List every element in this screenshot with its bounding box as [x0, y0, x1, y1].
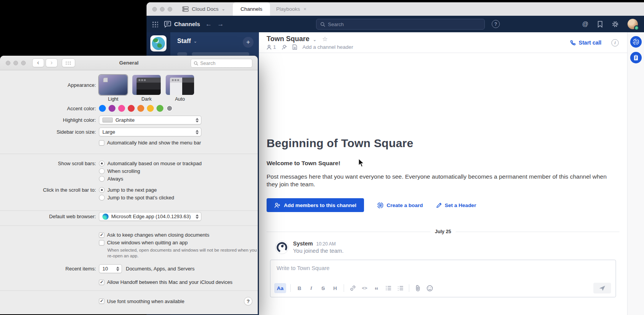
boards-app-icon[interactable] — [630, 36, 642, 48]
mentions-icon[interactable]: @ — [582, 21, 588, 28]
bold-button[interactable]: B — [293, 283, 305, 293]
radio-label: Jump to the spot that’s clicked — [107, 195, 174, 201]
numbered-list-icon[interactable] — [394, 283, 406, 293]
date-label[interactable]: July 25 — [435, 229, 451, 234]
radio-label: Jump to the next page — [107, 187, 157, 193]
favorite-star-icon[interactable]: ☆ — [322, 35, 328, 43]
appearance-thumbnail-auto[interactable] — [166, 75, 194, 95]
create-board-button[interactable]: Create a board — [377, 202, 423, 209]
zoom-window-button[interactable] — [168, 7, 172, 12]
appearance-option-auto[interactable]: Auto — [166, 75, 194, 102]
product-switcher-icon[interactable] — [152, 21, 158, 27]
radio-selected[interactable] — [99, 161, 105, 166]
close-tab-icon[interactable]: × — [303, 6, 306, 12]
radio-scrollbars-auto[interactable]: Automatically based on mouse or trackpad — [99, 160, 202, 166]
radio-jump-next-page[interactable]: Jump to the next page — [99, 187, 174, 193]
saved-posts-icon[interactable] — [597, 21, 603, 28]
radio-scrollbars-always[interactable]: Always — [99, 176, 202, 182]
help-button[interactable]: ? — [244, 297, 252, 305]
system-avatar — [275, 240, 289, 254]
tab-channels[interactable]: Channels — [233, 2, 270, 16]
channel-header-placeholder[interactable]: Add a channel header — [303, 44, 353, 50]
radio-selected[interactable] — [99, 187, 105, 193]
font-smoothing-label: Use font smoothing when available — [107, 298, 184, 304]
set-header-button[interactable]: Set a Header — [436, 202, 476, 208]
channel-files-icon[interactable] — [292, 44, 297, 50]
channel-info-icon[interactable]: i — [611, 39, 619, 46]
workspace-switcher[interactable]: Cloud Docs ⌄ — [182, 6, 225, 12]
help-icon[interactable]: ? — [492, 20, 500, 28]
appearance-option-dark[interactable]: Dark — [132, 75, 161, 102]
radio-unselected[interactable] — [99, 168, 105, 174]
stepper-icon — [195, 214, 199, 219]
link-icon[interactable] — [347, 283, 359, 293]
radio-unselected[interactable] — [99, 176, 105, 182]
appearance-thumbnail-dark[interactable] — [132, 75, 161, 95]
globe-icon — [152, 37, 165, 50]
global-search-input[interactable]: Search — [316, 19, 485, 30]
highlight-color-select[interactable]: Graphite — [99, 116, 201, 124]
preferences-titlebar[interactable]: ‹ › General Search — [0, 56, 258, 70]
checkbox-unchecked[interactable] — [99, 140, 104, 146]
add-members-button[interactable]: Add members to this channel — [267, 198, 364, 212]
menu-bar-checkbox-row[interactable]: Automatically hide and show the menu bar — [99, 140, 201, 146]
history-forward-icon[interactable]: → — [217, 21, 224, 27]
tab-playbooks[interactable]: Playbooks × — [270, 2, 313, 16]
channel-name[interactable]: Town Square — [267, 35, 310, 43]
checkbox-checked[interactable] — [99, 298, 104, 304]
close-windows-row[interactable]: Close windows when quitting an app — [99, 240, 188, 245]
checkbox-checked[interactable] — [99, 232, 104, 238]
close-window-button[interactable] — [152, 7, 157, 12]
quote-icon[interactable]: “ — [371, 283, 382, 293]
recent-items-select[interactable]: 10 — [99, 264, 122, 273]
strikethrough-button[interactable]: S — [317, 283, 329, 293]
checkbox-checked[interactable] — [99, 280, 104, 285]
team-icon[interactable] — [150, 35, 166, 51]
highlight-color-label: Highlight color: — [0, 117, 96, 123]
code-icon[interactable]: <> — [359, 283, 371, 293]
pencil-icon — [436, 202, 442, 208]
radio-scrollbars-when-scrolling[interactable]: When scrolling — [99, 168, 202, 174]
accent-swatch-blue[interactable] — [99, 105, 106, 112]
set-header-label: Set a Header — [445, 202, 476, 208]
checkbox-unchecked[interactable] — [99, 240, 104, 245]
accent-swatch-green[interactable] — [156, 105, 163, 112]
send-message-button[interactable] — [593, 283, 611, 293]
start-call-button[interactable]: Start call — [570, 40, 601, 46]
accent-swatch-graphite-selected[interactable] — [166, 105, 173, 112]
chevron-down-icon[interactable]: ⌄ — [313, 37, 316, 42]
settings-gear-icon[interactable] — [612, 21, 619, 28]
accent-swatch-red[interactable] — [128, 105, 135, 112]
playbooks-app-icon[interactable] — [630, 52, 642, 63]
channel-members-button[interactable]: 1 — [267, 44, 276, 50]
preferences-search-input[interactable]: Search — [191, 59, 252, 68]
emoji-icon[interactable] — [424, 283, 436, 293]
radio-jump-to-spot[interactable]: Jump to the spot that’s clicked — [99, 194, 174, 201]
heading-button[interactable]: H — [329, 283, 341, 293]
formatting-toggle-button[interactable]: Aa — [274, 283, 286, 293]
handoff-row[interactable]: Allow Handoff between this Mac and your … — [99, 279, 232, 285]
ask-keep-changes-row[interactable]: Ask to keep changes when closing documen… — [99, 232, 209, 238]
message-author[interactable]: System — [293, 240, 313, 247]
add-channel-button[interactable]: + — [243, 37, 254, 48]
user-avatar[interactable]: ✓ — [628, 19, 638, 29]
team-menu[interactable]: Staff ⌄ — [177, 38, 254, 45]
attachment-paperclip-icon[interactable] — [412, 283, 424, 293]
appearance-option-light[interactable]: Light — [99, 75, 127, 102]
accent-swatch-purple[interactable] — [109, 105, 115, 112]
radio-unselected[interactable] — [99, 195, 105, 201]
message-input[interactable]: Write to Town Square — [270, 260, 616, 281]
message-list[interactable]: Beginning of Town Square Welcome to Town… — [259, 53, 627, 315]
history-back-icon[interactable]: ← — [206, 21, 212, 27]
accent-swatch-yellow[interactable] — [147, 105, 154, 112]
bullet-list-icon[interactable] — [382, 283, 394, 293]
font-smoothing-row[interactable]: Use font smoothing when available — [99, 298, 184, 304]
appearance-thumbnail-light[interactable] — [99, 75, 127, 95]
default-browser-select[interactable]: Microsoft Edge.app (104.0.1293.63) — [99, 212, 201, 221]
accent-swatch-pink[interactable] — [118, 105, 125, 112]
pinned-posts-icon[interactable] — [282, 45, 287, 50]
minimize-window-button[interactable] — [160, 7, 165, 12]
accent-swatch-orange[interactable] — [137, 105, 144, 112]
sidebar-icon-size-select[interactable]: Large — [99, 128, 201, 136]
italic-button[interactable]: I — [305, 283, 317, 293]
